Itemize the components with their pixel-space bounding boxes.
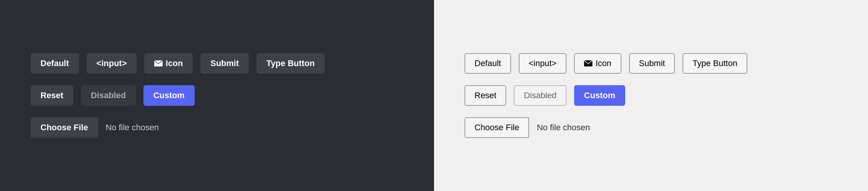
light-row-2: Reset Disabled Custom [465, 85, 625, 106]
dark-theme-panel: Default <input> Icon Submit Type Button … [0, 0, 434, 191]
dark-row-2: Reset Disabled Custom [31, 85, 195, 106]
light-choose-file-button[interactable]: Choose File [465, 117, 529, 138]
dark-default-button[interactable]: Default [31, 53, 79, 74]
light-submit-button[interactable]: Submit [629, 53, 675, 74]
envelope-icon-light [584, 60, 592, 66]
dark-custom-button[interactable]: Custom [144, 85, 195, 106]
dark-row-1: Default <input> Icon Submit Type Button [31, 53, 325, 74]
light-default-button[interactable]: Default [465, 53, 511, 74]
envelope-icon [154, 60, 163, 66]
dark-type-button[interactable]: Type Button [257, 53, 325, 74]
dark-disabled-button: Disabled [81, 85, 136, 106]
light-row-1: Default <input> Icon Submit Type Button [465, 53, 747, 74]
dark-no-file-label: No file chosen [98, 117, 166, 138]
dark-icon-button-label: Icon [166, 58, 183, 68]
light-theme-panel: Default <input> Icon Submit Type Button … [434, 0, 868, 191]
light-icon-button[interactable]: Icon [574, 53, 621, 74]
light-icon-button-label: Icon [595, 58, 611, 68]
dark-reset-button[interactable]: Reset [31, 85, 73, 106]
light-reset-button[interactable]: Reset [465, 85, 506, 106]
light-custom-button[interactable]: Custom [574, 85, 625, 106]
dark-choose-file-button[interactable]: Choose File [31, 117, 98, 138]
light-no-file-label: No file chosen [529, 118, 597, 137]
light-type-button[interactable]: Type Button [682, 53, 747, 74]
dark-submit-button[interactable]: Submit [200, 53, 249, 74]
light-file-input[interactable]: Choose File No file chosen [465, 117, 598, 138]
dark-file-input[interactable]: Choose File No file chosen [31, 117, 166, 138]
dark-input-button[interactable]: <input> [87, 53, 137, 74]
light-disabled-button: Disabled [514, 85, 566, 106]
light-input-button[interactable]: <input> [519, 53, 566, 74]
dark-icon-button[interactable]: Icon [144, 53, 193, 74]
